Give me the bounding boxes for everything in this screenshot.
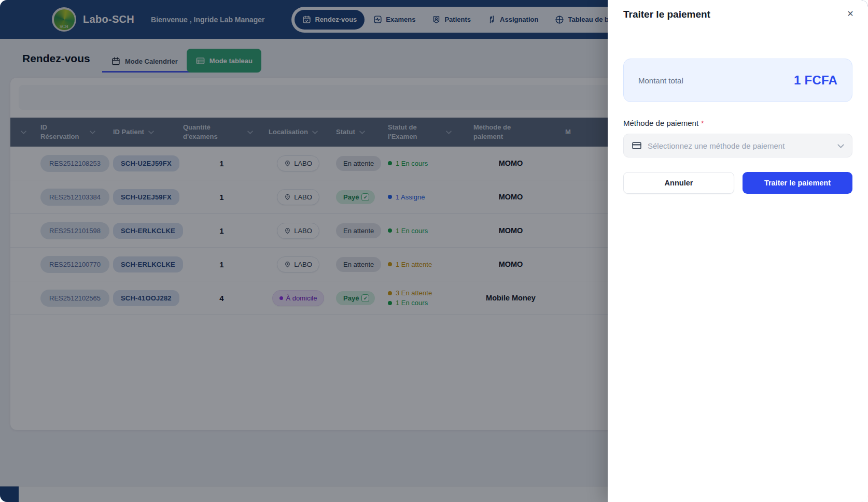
required-asterisk: * bbox=[701, 119, 704, 127]
drawer-actions: Annuler Traiter le paiement bbox=[623, 172, 852, 194]
amount-value: 1 FCFA bbox=[794, 73, 837, 88]
cancel-button[interactable]: Annuler bbox=[623, 172, 734, 194]
select-placeholder: Sélectionnez une méthode de paiement bbox=[648, 141, 832, 150]
credit-card-icon bbox=[632, 140, 642, 151]
amount-label: Montant total bbox=[638, 76, 683, 85]
close-button[interactable]: ✕ bbox=[843, 6, 858, 21]
modal-overlay[interactable] bbox=[0, 0, 608, 502]
close-icon: ✕ bbox=[847, 9, 853, 19]
drawer-title: Traiter le paiement bbox=[623, 9, 852, 20]
amount-summary-card: Montant total 1 FCFA bbox=[623, 59, 852, 102]
submit-payment-button[interactable]: Traiter le paiement bbox=[743, 172, 852, 194]
app-frame: SCH Labo-SCH Bienvenue , Ingride Lab Man… bbox=[0, 0, 868, 502]
payment-method-label-text: Méthode de paiement bbox=[623, 119, 698, 127]
payment-drawer: ✕ Traiter le paiement Montant total 1 FC… bbox=[608, 0, 868, 502]
payment-method-select[interactable]: Sélectionnez une méthode de paiement bbox=[623, 134, 852, 157]
payment-method-label: Méthode de paiement* bbox=[623, 119, 852, 127]
chevron-down-icon bbox=[837, 141, 844, 150]
